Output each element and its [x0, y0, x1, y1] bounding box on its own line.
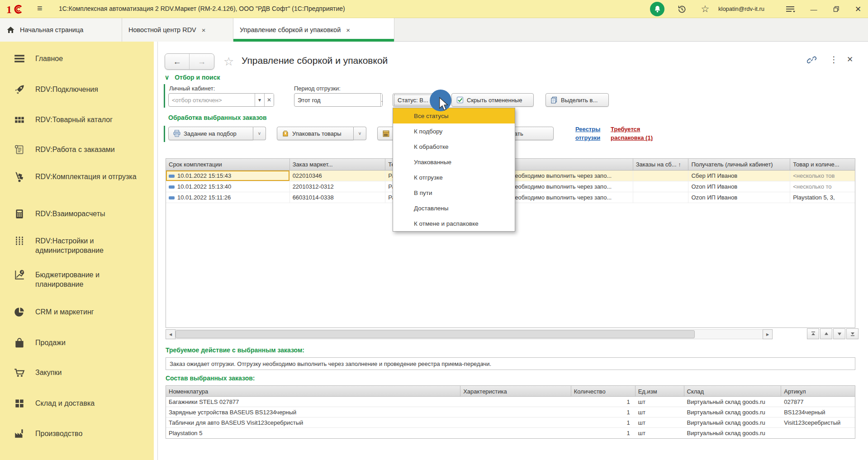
- nomenclature-cell[interactable]: Таблички для авто BASEUS Visit123серебри…: [166, 417, 460, 427]
- scrollbar-thumb[interactable]: [175, 330, 695, 338]
- notifications-button[interactable]: [650, 2, 664, 16]
- warehouse-cell[interactable]: Виртуальный склад goods.ru: [684, 428, 781, 438]
- chevron-down-icon[interactable]: ˅: [253, 127, 266, 140]
- action-cell[interactable]: необходимо выполнить через запо...: [509, 192, 633, 203]
- quantity-cell[interactable]: 1: [571, 428, 636, 438]
- clear-icon[interactable]: ✕: [264, 94, 274, 106]
- nomenclature-cell[interactable]: Playstation 5: [166, 428, 460, 438]
- main-menu-icon[interactable]: ≡: [37, 3, 43, 14]
- quantity-cell[interactable]: 1: [571, 397, 636, 407]
- order-number-cell[interactable]: 022010346: [290, 171, 386, 181]
- forward-button[interactable]: →: [190, 54, 214, 69]
- dropdown-item[interactable]: В пути: [393, 185, 515, 200]
- column-header[interactable]: Количество: [571, 386, 636, 396]
- action-cell[interactable]: необходимо выполнить через запо...: [509, 181, 633, 192]
- unpack-required-link[interactable]: Требуется распаковка (1): [611, 125, 667, 142]
- characteristic-cell[interactable]: [460, 397, 571, 407]
- close-window-button[interactable]: ✕: [852, 4, 864, 14]
- go-bottom-button[interactable]: [846, 328, 859, 339]
- dropdown-item[interactable]: К отмене и распаковке: [393, 216, 515, 231]
- service-menu-icon[interactable]: [785, 4, 795, 14]
- column-header[interactable]: Артикул: [781, 386, 855, 396]
- chevron-down-icon[interactable]: ˅: [354, 127, 366, 140]
- unit-cell[interactable]: шт: [636, 407, 684, 417]
- column-header[interactable]: Характеристика: [460, 386, 571, 396]
- characteristic-cell[interactable]: [460, 428, 571, 438]
- scroll-left-icon[interactable]: ◀: [166, 329, 175, 339]
- table-row[interactable]: Таблички для авто BASEUS Visit123серебри…: [166, 417, 855, 428]
- tab-home[interactable]: Начальная страница: [0, 18, 122, 42]
- get-link-icon[interactable]: [807, 55, 817, 67]
- recipient-cell[interactable]: Ozon ИП Иванов: [688, 192, 790, 203]
- close-form-icon[interactable]: ✕: [847, 55, 853, 64]
- article-cell[interactable]: BS1234черный: [781, 407, 855, 417]
- order-number-cell[interactable]: 66031014-0338: [290, 192, 386, 203]
- column-header[interactable]: Товар и количе...: [790, 159, 855, 170]
- table-row[interactable]: Багажники STELS 027877 1 шт Виртуальный …: [166, 397, 855, 407]
- action-cell[interactable]: необходимо выполнить через запо...: [509, 171, 633, 181]
- personal-cabinet-input[interactable]: [169, 94, 255, 106]
- history-icon[interactable]: [677, 4, 687, 14]
- assembly-cell[interactable]: [633, 181, 689, 192]
- choose-icon[interactable]: …: [380, 94, 383, 106]
- recipient-cell[interactable]: Ozon ИП Иванов: [688, 181, 790, 192]
- tab-news-center[interactable]: Новостной центр RDV ×: [122, 18, 233, 42]
- nomenclature-cell[interactable]: Зарядные устройства BASEUS BS1234черный: [166, 407, 460, 417]
- completion-date-cell[interactable]: 10.01.2022 15:15:43: [166, 171, 290, 181]
- dropdown-item[interactable]: К отгрузке: [393, 170, 515, 185]
- column-header-sorted[interactable]: Заказы на сб... ↑: [633, 159, 689, 170]
- favorites-star-icon[interactable]: ☆: [700, 4, 710, 14]
- pick-task-button[interactable]: Задание на подбор: [168, 127, 253, 140]
- characteristic-cell[interactable]: [460, 417, 571, 427]
- completion-date-cell[interactable]: 10.01.2022 15:13:40: [166, 181, 290, 192]
- table-row[interactable]: Playstation 5 1 шт Виртуальный склад goo…: [166, 428, 855, 438]
- unit-cell[interactable]: шт: [636, 417, 684, 427]
- pack-goods-button[interactable]: Упаковать товары: [277, 127, 354, 140]
- go-top-button[interactable]: [807, 328, 819, 339]
- dropdown-item[interactable]: К обработке: [393, 139, 515, 154]
- article-cell[interactable]: 027877: [781, 397, 855, 407]
- column-header[interactable]: Срок комплектации: [166, 159, 290, 170]
- column-header[interactable]: Номенклатура: [166, 386, 460, 396]
- goods-cell[interactable]: <несколько тов: [790, 171, 855, 181]
- assembly-cell[interactable]: [633, 171, 689, 181]
- warehouse-cell[interactable]: Виртуальный склад goods.ru: [684, 407, 781, 417]
- column-header[interactable]: Склад: [684, 386, 782, 396]
- back-button[interactable]: ←: [165, 54, 190, 69]
- minimize-button[interactable]: —: [808, 4, 820, 14]
- quantity-cell[interactable]: 1: [571, 417, 636, 427]
- recipient-cell[interactable]: Сбер ИП Иванов: [688, 171, 790, 181]
- restore-button[interactable]: [830, 4, 842, 14]
- unit-cell[interactable]: шт: [636, 397, 684, 407]
- column-header[interactable]: Получатель (личный кабинет): [688, 159, 790, 170]
- user-account[interactable]: klopatin@rdv-it.ru: [718, 5, 764, 12]
- scroll-right-icon[interactable]: ▶: [763, 329, 773, 339]
- more-actions-icon[interactable]: ⋮: [830, 54, 838, 65]
- select-in-button[interactable]: Выделить в...: [545, 93, 609, 107]
- characteristic-cell[interactable]: [460, 407, 571, 417]
- warehouse-cell[interactable]: Виртуальный склад goods.ru: [684, 397, 781, 407]
- filter-section-header[interactable]: ∨ Отбор и поиск: [165, 74, 220, 81]
- article-cell[interactable]: [781, 428, 855, 438]
- tab-close-icon[interactable]: ×: [346, 26, 350, 34]
- hide-cancelled-button[interactable]: Скрыть отмененные: [451, 93, 534, 107]
- dropdown-item-selected[interactable]: Все статусы: [393, 108, 515, 123]
- column-header[interactable]: [509, 159, 633, 170]
- goods-cell[interactable]: <несколько то: [790, 181, 855, 192]
- table-row[interactable]: Зарядные устройства BASEUS BS1234черный …: [166, 407, 855, 417]
- goods-cell[interactable]: Playstation 5, 3,: [790, 192, 855, 203]
- tab-assembly-packing[interactable]: Управление сборкой и упаковкой ×: [233, 18, 394, 42]
- shipping-registries-link[interactable]: Реестры отгрузки: [575, 125, 614, 142]
- nomenclature-cell[interactable]: Багажники STELS 027877: [166, 397, 460, 407]
- dropdown-item[interactable]: Доставлены: [393, 200, 515, 216]
- quantity-cell[interactable]: 1: [571, 407, 636, 417]
- warehouse-cell[interactable]: Виртуальный склад goods.ru: [684, 417, 781, 427]
- dropdown-item[interactable]: Упакованные: [393, 154, 515, 170]
- tab-close-icon[interactable]: ×: [202, 26, 206, 34]
- column-header[interactable]: Ед.изм: [636, 386, 684, 396]
- assembly-cell[interactable]: [633, 192, 689, 203]
- dropdown-item[interactable]: К подбору: [393, 123, 515, 139]
- go-up-button[interactable]: [820, 328, 832, 339]
- scrollbar-track[interactable]: [175, 329, 763, 339]
- page-favorite-star-icon[interactable]: ☆: [223, 55, 234, 69]
